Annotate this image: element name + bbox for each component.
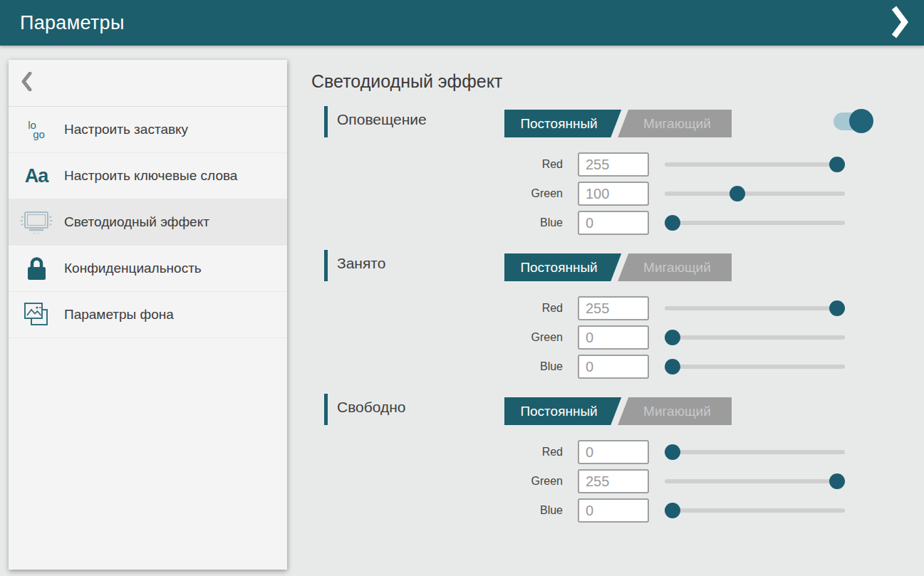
blue-value-input[interactable]	[578, 498, 649, 523]
blue-slider[interactable]	[665, 355, 845, 379]
slider-track[interactable]	[665, 508, 845, 513]
slider-thumb[interactable]	[665, 359, 680, 375]
green-slider[interactable]	[665, 325, 845, 350]
mode-option-constant-label: Постоянный	[504, 397, 613, 425]
red-slider[interactable]	[665, 440, 845, 464]
green-label: Green	[440, 331, 563, 344]
chevron-left-icon	[21, 72, 32, 94]
section-title: Занято	[337, 255, 385, 272]
blue-channel-row: Blue	[311, 355, 915, 379]
slider-track[interactable]	[665, 450, 845, 454]
slider-track[interactable]	[665, 221, 845, 225]
red-value-input[interactable]	[578, 440, 649, 464]
sidebar-item-label: Настроить заставку	[64, 120, 188, 139]
red-label: Red	[440, 302, 563, 315]
blue-label: Blue	[440, 504, 563, 517]
led-screen-icon	[9, 209, 64, 236]
sidebar-item-keywords[interactable]: Aa Настроить ключевые слова	[9, 153, 287, 199]
slider-track[interactable]	[665, 335, 845, 340]
green-label: Green	[440, 187, 563, 200]
green-value-input[interactable]	[578, 325, 649, 350]
slider-track[interactable]	[665, 162, 845, 167]
section-title: Свободно	[337, 399, 406, 416]
settings-sidebar: lo go Настроить заставку Aa Настроить кл…	[9, 60, 287, 570]
slider-thumb[interactable]	[829, 157, 845, 172]
sidebar-item-privacy[interactable]: Конфиденциальность	[9, 246, 287, 292]
sidebar-item-background[interactable]: Параметры фона	[9, 292, 287, 338]
red-label: Red	[440, 158, 563, 171]
mode-segmented-control: Постоянный Мигающий	[504, 253, 732, 281]
logo-icon-text-2: go	[33, 130, 45, 139]
forward-button[interactable]	[884, 6, 915, 40]
blue-label: Blue	[440, 360, 563, 373]
section-title: Оповещение	[337, 111, 427, 128]
green-channel-row: Green	[311, 325, 915, 350]
sidebar-back-button[interactable]	[9, 60, 287, 107]
section-busy: Занято Постоянный Мигающий Red Green Blu…	[311, 249, 915, 389]
lock-icon	[9, 256, 64, 281]
slider-track[interactable]	[665, 479, 845, 483]
keywords-icon: Aa	[9, 165, 64, 187]
mode-option-blinking-label: Мигающий	[623, 110, 732, 137]
blue-label: Blue	[440, 216, 563, 229]
red-slider[interactable]	[665, 296, 845, 320]
notification-led-toggle[interactable]	[834, 109, 873, 133]
green-value-input[interactable]	[578, 182, 649, 206]
red-channel-row: Red	[311, 152, 915, 177]
green-channel-row: Green	[311, 469, 915, 493]
section-free: Свободно Постоянный Мигающий Red Green B…	[311, 393, 915, 533]
blue-channel-row: Blue	[311, 211, 915, 235]
green-label: Green	[440, 475, 563, 488]
slider-track[interactable]	[665, 192, 845, 196]
sidebar-item-label: Конфиденциальность	[64, 259, 202, 278]
sidebar-item-led-effect[interactable]: Светодиодный эффект	[9, 199, 287, 246]
slider-thumb[interactable]	[665, 503, 680, 518]
green-slider[interactable]	[665, 469, 845, 493]
slider-track[interactable]	[665, 306, 845, 310]
blue-channel-row: Blue	[311, 498, 915, 523]
sidebar-item-label: Параметры фона	[64, 305, 174, 324]
page-title: Параметры	[0, 12, 125, 34]
app-header: Параметры	[0, 0, 924, 46]
green-value-input[interactable]	[578, 469, 649, 493]
chevron-right-icon	[891, 6, 908, 41]
slider-track[interactable]	[665, 365, 845, 369]
red-value-input[interactable]	[578, 152, 649, 177]
red-label: Red	[440, 446, 563, 459]
toggle-knob	[849, 109, 873, 133]
mode-option-blinking-label: Мигающий	[623, 253, 732, 281]
blue-value-input[interactable]	[578, 211, 649, 235]
blue-slider[interactable]	[665, 498, 845, 523]
content-title: Светодиодный эффект	[311, 71, 502, 92]
red-value-input[interactable]	[578, 296, 649, 320]
mode-option-constant-label: Постоянный	[504, 253, 613, 281]
slider-thumb[interactable]	[665, 444, 680, 460]
section-accent-bar	[324, 250, 328, 281]
background-images-icon	[9, 300, 64, 329]
sidebar-item-label: Светодиодный эффект	[64, 213, 209, 231]
red-slider[interactable]	[665, 152, 845, 177]
section-accent-bar	[324, 394, 328, 425]
blue-slider[interactable]	[665, 211, 845, 235]
keywords-icon-text: Aa	[25, 165, 48, 187]
sidebar-item-splash-screen[interactable]: lo go Настроить заставку	[9, 107, 287, 153]
mode-segmented-control: Постоянный Мигающий	[504, 397, 732, 425]
mode-segmented-control: Постоянный Мигающий	[504, 110, 732, 137]
sidebar-item-label: Настроить ключевые слова	[64, 167, 237, 185]
slider-thumb[interactable]	[665, 330, 680, 345]
slider-thumb[interactable]	[829, 300, 845, 316]
mode-option-blinking-label: Мигающий	[623, 397, 732, 425]
green-slider[interactable]	[665, 182, 845, 206]
red-channel-row: Red	[311, 440, 915, 464]
section-accent-bar	[324, 106, 328, 137]
mode-option-constant-label: Постоянный	[504, 110, 613, 137]
slider-thumb[interactable]	[829, 473, 845, 489]
logo-icon: lo go	[9, 120, 64, 139]
green-channel-row: Green	[311, 182, 915, 206]
section-notification: Оповещение Постоянный Мигающий Red Green	[311, 105, 915, 245]
slider-thumb[interactable]	[730, 186, 745, 201]
blue-value-input[interactable]	[578, 355, 649, 379]
settings-app: Параметры lo go Наст	[0, 0, 924, 576]
red-channel-row: Red	[311, 296, 915, 320]
slider-thumb[interactable]	[665, 215, 680, 231]
